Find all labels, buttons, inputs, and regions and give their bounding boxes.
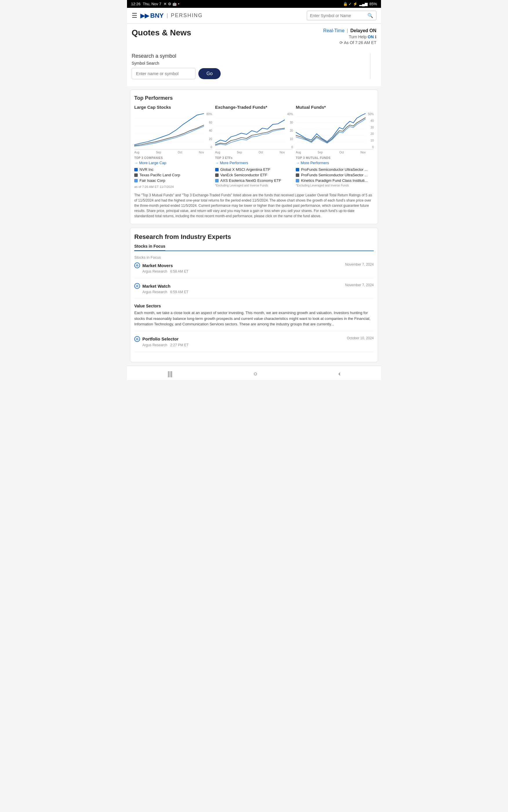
logo-bny: BNY xyxy=(150,12,164,19)
status-time: 12:26 xyxy=(131,2,141,6)
research-divider xyxy=(370,53,371,79)
article-time-2: 6:59 AM ET xyxy=(170,290,188,294)
stock-item-tpl[interactable]: Texas Pacific Land Corp xyxy=(134,173,212,177)
bottom-nav: ||| ○ ‹ xyxy=(127,366,381,380)
stock-color-nvr xyxy=(134,168,138,171)
mutual-more-link[interactable]: More Performers xyxy=(296,161,374,165)
stock-color-kinetics xyxy=(296,179,299,182)
header-left: ☰ ▶▶ BNY | PERSHING xyxy=(132,12,203,19)
large-cap-title: Large Cap Stocks xyxy=(134,105,212,110)
symbol-input[interactable] xyxy=(132,68,196,79)
stock-item-profunds1[interactable]: ProFunds Semiconductor UltraSector ... xyxy=(296,167,374,172)
article-date-2: November 7, 2024 xyxy=(345,283,374,287)
large-cap-x-labels: AugSepOctNov xyxy=(134,151,212,154)
etf-section-label: TOP 3 ETFs xyxy=(215,156,293,160)
mutual-chart: 50%403020100 xyxy=(296,112,374,149)
article-portfolio-selector: ⊕ Portfolio Selector Argus Research 2:27… xyxy=(134,336,374,352)
stock-item-profunds2[interactable]: ProFunds Semiconductor UltraSector ... xyxy=(296,173,374,177)
header-search-input[interactable] xyxy=(310,13,367,18)
symbol-input-row: Go xyxy=(132,68,365,79)
article-meta-1: Argus Research 6:58 AM ET xyxy=(142,269,188,273)
stock-item-kinetics[interactable]: Kinetics Paradigm Fund Class Instituti..… xyxy=(296,178,374,183)
research-left: Research a symbol Symbol Search Go xyxy=(132,53,365,79)
stock-name-global: Global X MSCI Argentina ETF xyxy=(220,167,270,172)
status-battery: 85% xyxy=(369,2,377,6)
status-day: Thu, Nov 7 xyxy=(143,2,162,6)
realtime-link[interactable]: Real-Time xyxy=(323,28,344,33)
article-market-movers: ⊕ Market Movers Argus Research 6:58 AM E… xyxy=(134,262,374,279)
value-section-title: Value Sectors xyxy=(134,304,374,308)
article-left-1: ⊕ Market Movers Argus Research 6:58 AM E… xyxy=(134,262,188,274)
page-title-area: Quotes & News Real-Time | Delayed ON Tur… xyxy=(127,24,381,47)
article-title-2[interactable]: Market Watch xyxy=(142,284,170,289)
mutual-svg xyxy=(296,112,366,149)
experts-tab-stocks[interactable]: Stocks in Focus xyxy=(134,244,165,251)
performer-col-etf: Exchange-Traded Funds* 40%3020100 Aug xyxy=(215,105,293,188)
turn-help-prefix: Turn Help xyxy=(349,35,368,39)
mutual-x-labels: AugSepOctNov xyxy=(296,151,374,154)
large-cap-section-label: TOP 3 COMPANIES xyxy=(134,156,212,160)
stock-item-global[interactable]: Global X MSCI Argentina ETF xyxy=(215,167,293,172)
title-right: Real-Time | Delayed ON Turn Help ON ℹ ⟳ … xyxy=(323,28,376,45)
large-cap-more-link[interactable]: More Large Cap xyxy=(134,161,212,165)
article-circle-2: ⊕ xyxy=(134,283,140,289)
experts-section-header: Stocks in Focus xyxy=(134,255,374,260)
status-icons: ✕ ⚙ 🤖 • xyxy=(164,2,179,6)
status-bar-right: 🔒 ✓ ⚡ ▂▄▆ 85% xyxy=(343,2,377,6)
etf-asterisk-note: *Excluding Leveraged and Inverse Funds xyxy=(215,184,293,187)
mutual-asterisk-note: *Excluding Leveraged and Inverse Funds xyxy=(296,184,374,187)
header: ☰ ▶▶ BNY | PERSHING 🔍 xyxy=(127,8,381,24)
status-bar: 12:26 Thu, Nov 7 ✕ ⚙ 🤖 • 🔒 ✓ ⚡ ▂▄▆ 85% xyxy=(127,0,381,8)
article-left-2: ⊕ Market Watch Argus Research 6:59 AM ET xyxy=(134,283,188,295)
article-date-3: October 10, 2024 xyxy=(347,336,374,340)
delayed-label: Delayed ON xyxy=(350,28,376,33)
mutual-title: Mutual Funds* xyxy=(296,105,374,110)
header-search-box[interactable]: 🔍 xyxy=(307,11,376,20)
performer-col-large-cap: Large Cap Stocks 80%6040200 xyxy=(134,105,212,188)
refresh-icon[interactable]: ⟳ xyxy=(340,40,343,45)
stock-color-vaneck xyxy=(215,173,219,177)
stock-color-profunds1 xyxy=(296,168,299,171)
go-button[interactable]: Go xyxy=(198,68,221,79)
article-header-row-3: ⊕ Portfolio Selector Argus Research 2:27… xyxy=(134,336,374,348)
etf-more-link[interactable]: More Performers xyxy=(215,161,293,165)
large-cap-y-labels: 80%6040200 xyxy=(204,112,212,149)
stock-item-fico[interactable]: Fair Isaac Corp xyxy=(134,178,212,183)
research-title: Research a symbol xyxy=(132,53,365,59)
research-section: Research a symbol Symbol Search Go xyxy=(127,47,381,86)
stock-item-axs[interactable]: AXS Esoterica NextG Economy ETF xyxy=(215,178,293,183)
article-title-3[interactable]: Portfolio Selector xyxy=(142,336,179,341)
top-performers-title: Top Performers xyxy=(134,95,374,101)
article-time-3: 2:27 PM ET xyxy=(170,343,188,347)
stock-name-nvr: NVR Inc xyxy=(139,167,154,172)
performers-grid: Large Cap Stocks 80%6040200 xyxy=(134,105,374,188)
as-of-text: As Of 7:26 AM ET xyxy=(344,40,376,45)
page-title: Quotes & News xyxy=(132,28,191,37)
mutual-section-label: TOP 3 MUTUAL FUNDS xyxy=(296,156,374,160)
status-signal: ▂▄▆ xyxy=(359,2,368,6)
etf-title: Exchange-Traded Funds* xyxy=(215,105,293,110)
article-circle-1: ⊕ xyxy=(134,262,140,268)
turn-help-on[interactable]: ON xyxy=(368,35,374,39)
realtime-delayed-row: Real-Time | Delayed ON xyxy=(323,28,376,33)
status-bar-left: 12:26 Thu, Nov 7 ✕ ⚙ 🤖 • xyxy=(131,2,179,6)
etf-y-labels: 40%3020100 xyxy=(285,112,293,149)
stock-name-profunds2: ProFunds Semiconductor UltraSector ... xyxy=(301,173,368,177)
article-title-1[interactable]: Market Movers xyxy=(142,263,173,268)
article-source-3: Argus Research xyxy=(142,343,167,347)
hamburger-menu[interactable]: ☰ xyxy=(132,12,137,19)
nav-home[interactable]: ○ xyxy=(253,370,257,378)
stock-item-nvr[interactable]: NVR Inc xyxy=(134,167,212,172)
stock-name-tpl: Texas Pacific Land Corp xyxy=(139,173,180,177)
experts-title: Research from Industry Experts xyxy=(134,233,374,241)
stock-item-vaneck[interactable]: VanEck Semiconductor ETF xyxy=(215,173,293,177)
large-cap-note: as of 7:26 AM ET 11/7/2024 xyxy=(134,185,212,188)
realtime-divider: | xyxy=(347,28,348,33)
nav-recent-apps[interactable]: ||| xyxy=(168,370,172,378)
article-left-3: ⊕ Portfolio Selector Argus Research 2:27… xyxy=(134,336,188,348)
research-experts-card: Research from Industry Experts Stocks in… xyxy=(130,228,378,362)
info-icon[interactable]: ℹ xyxy=(375,35,376,39)
stock-name-vaneck: VanEck Semiconductor ETF xyxy=(220,173,267,177)
article-header-row-1: ⊕ Market Movers Argus Research 6:58 AM E… xyxy=(134,262,374,274)
nav-back[interactable]: ‹ xyxy=(338,370,340,378)
